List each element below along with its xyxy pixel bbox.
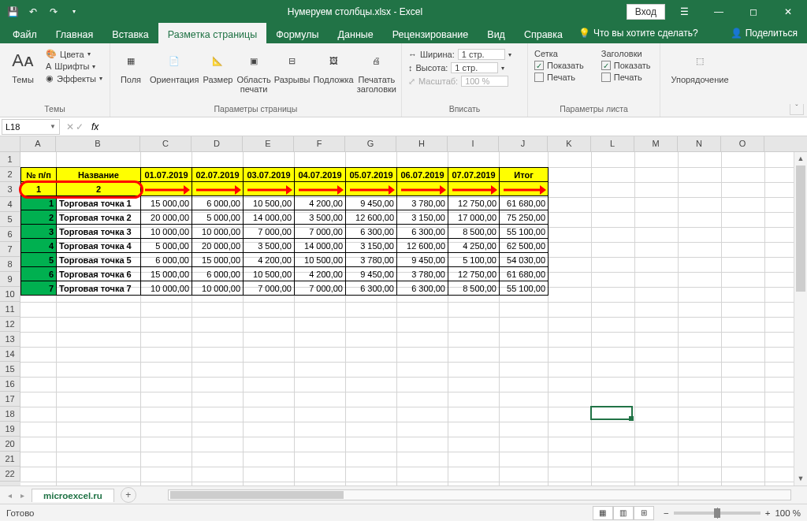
cells-area[interactable]: № п/пНазвание01.07.201902.07.201903.07.2… (20, 152, 807, 485)
fx-icon[interactable]: fx (88, 121, 102, 132)
vertical-scrollbar[interactable]: ▲ ▼ (794, 152, 807, 485)
share-button[interactable]: 👤Поделиться (721, 23, 807, 43)
sheet-tab-bar: ◂▸ microexcel.ru + (0, 485, 807, 504)
orientation-button[interactable]: 📄Ориентация (150, 48, 199, 84)
size-button[interactable]: 📐Размер (202, 48, 233, 84)
row-header-12[interactable]: 12 (0, 317, 20, 332)
zoom-level[interactable]: 100 % (775, 508, 801, 518)
col-header-N[interactable]: N (678, 136, 721, 151)
sheet-nav[interactable]: ◂▸ (0, 491, 32, 500)
colors-button[interactable]: 🎨Цвета ▾ (44, 48, 104, 60)
zoom-out-button[interactable]: − (664, 508, 669, 518)
row-header-13[interactable]: 13 (0, 332, 20, 347)
normal-view-button[interactable]: ▦ (593, 506, 613, 520)
row-header-20[interactable]: 20 (0, 437, 20, 452)
col-header-C[interactable]: C (140, 136, 192, 151)
col-header-L[interactable]: L (591, 136, 634, 151)
horizontal-scrollbar[interactable] (136, 489, 807, 500)
close-icon[interactable]: ✕ (772, 0, 804, 23)
spreadsheet-grid[interactable]: ABCDEFGHIJKLMNO 123456789101112131415161… (0, 136, 807, 485)
row-header-11[interactable]: 11 (0, 302, 20, 317)
sheet-tab[interactable]: microexcel.ru (32, 489, 114, 502)
row-header-22[interactable]: 22 (0, 467, 20, 482)
row-header-17[interactable]: 17 (0, 392, 20, 407)
tab-data[interactable]: Данные (329, 23, 383, 43)
login-button[interactable]: Вход (627, 4, 665, 20)
scroll-down-icon[interactable]: ▼ (794, 472, 807, 485)
col-header-H[interactable]: H (396, 136, 448, 151)
zoom-slider[interactable] (674, 512, 761, 515)
background-button[interactable]: 🖼Подложка (313, 48, 353, 84)
row-header-6[interactable]: 6 (0, 227, 20, 242)
zoom-in-button[interactable]: + (765, 508, 771, 518)
add-sheet-button[interactable]: + (121, 487, 136, 503)
col-header-E[interactable]: E (243, 136, 294, 151)
qat-customize-icon[interactable]: ▾ (65, 2, 84, 21)
row-header-19[interactable]: 19 (0, 422, 20, 437)
collapse-ribbon-icon[interactable]: ˇ (790, 104, 804, 115)
row-header-4[interactable]: 4 (0, 197, 20, 212)
tab-insert[interactable]: Вставка (102, 23, 158, 43)
height-dropdown[interactable]: 1 стр. (451, 62, 498, 73)
undo-icon[interactable]: ↶ (24, 2, 43, 21)
arrange-button[interactable]: ⬚Упорядочение (665, 48, 734, 84)
row-header-18[interactable]: 18 (0, 407, 20, 422)
page-break-view-button[interactable]: ⊞ (634, 506, 654, 520)
print-titles-button[interactable]: 🖨Печатать заголовки (357, 48, 396, 94)
row-header-21[interactable]: 21 (0, 452, 20, 467)
scroll-up-icon[interactable]: ▲ (794, 152, 807, 166)
row-header-2[interactable]: 2 (0, 167, 20, 182)
col-header-I[interactable]: I (448, 136, 499, 151)
breaks-button[interactable]: ⊟Разрывы (274, 48, 311, 84)
tab-review[interactable]: Рецензирование (383, 23, 478, 43)
save-icon[interactable]: 💾 (3, 2, 22, 21)
themes-button[interactable]: AᴀТемы (5, 48, 41, 84)
tab-file[interactable]: Файл (3, 23, 46, 43)
col-header-O[interactable]: O (721, 136, 764, 151)
row-header-14[interactable]: 14 (0, 347, 20, 362)
fonts-button[interactable]: AШрифты ▾ (44, 61, 104, 72)
row-header-3[interactable]: 3 (0, 182, 20, 197)
row-header-9[interactable]: 9 (0, 272, 20, 287)
name-box[interactable]: L18▼ (2, 119, 60, 135)
col-header-M[interactable]: M (634, 136, 678, 151)
ribbon-options-icon[interactable]: ☰ (668, 0, 700, 23)
select-all-corner[interactable] (0, 136, 20, 151)
tell-me-search[interactable]: 💡Что вы хотите сделать? (572, 23, 705, 43)
tab-home[interactable]: Главная (46, 23, 103, 43)
maximize-icon[interactable]: ◻ (738, 0, 769, 23)
col-header-D[interactable]: D (192, 136, 243, 151)
data-table[interactable]: № п/пНазвание01.07.201902.07.201903.07.2… (20, 167, 549, 296)
scroll-thumb[interactable] (796, 166, 805, 292)
page-layout-view-button[interactable]: ▥ (613, 506, 634, 520)
tab-page-layout[interactable]: Разметка страницы (158, 23, 266, 43)
cancel-formula-icon: ✕ (66, 121, 74, 132)
col-header-B[interactable]: B (56, 136, 140, 151)
col-header-G[interactable]: G (345, 136, 396, 151)
tab-view[interactable]: Вид (478, 23, 515, 43)
col-header-A[interactable]: A (20, 136, 56, 151)
width-dropdown[interactable]: 1 стр. (458, 49, 505, 60)
redo-icon[interactable]: ↷ (44, 2, 63, 21)
active-cell[interactable] (590, 406, 633, 420)
col-header-F[interactable]: F (294, 136, 345, 151)
tab-formulas[interactable]: Формулы (266, 23, 328, 43)
row-header-8[interactable]: 8 (0, 257, 20, 272)
gridlines-show-checkbox[interactable]: ✓Показать (533, 60, 586, 71)
row-header-7[interactable]: 7 (0, 242, 20, 257)
minimize-icon[interactable]: ― (703, 0, 734, 23)
print-area-button[interactable]: ▣Область печати (236, 48, 270, 94)
row-header-10[interactable]: 10 (0, 287, 20, 302)
tab-help[interactable]: Справка (515, 23, 572, 43)
headings-print-checkbox[interactable]: Печать (600, 72, 653, 83)
col-header-J[interactable]: J (499, 136, 548, 151)
effects-button[interactable]: ◉Эффекты ▾ (44, 73, 104, 84)
row-header-15[interactable]: 15 (0, 362, 20, 377)
col-header-K[interactable]: K (548, 136, 591, 151)
row-header-5[interactable]: 5 (0, 212, 20, 227)
row-header-16[interactable]: 16 (0, 377, 20, 392)
row-header-1[interactable]: 1 (0, 152, 20, 167)
headings-show-checkbox[interactable]: ✓Показать (600, 60, 653, 71)
margins-button[interactable]: ▦Поля (115, 48, 147, 84)
gridlines-print-checkbox[interactable]: Печать (533, 72, 586, 83)
